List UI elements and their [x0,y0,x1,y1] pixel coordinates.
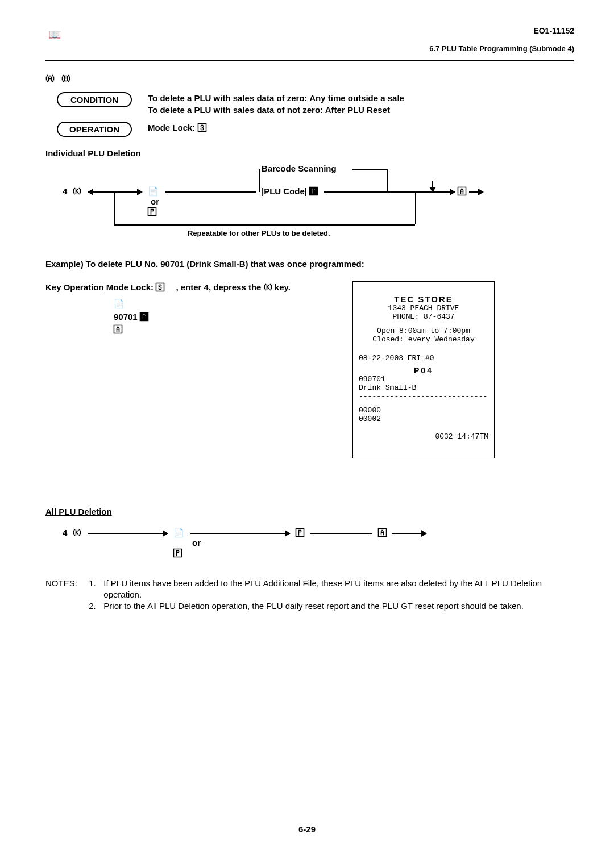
section-ref: 6.7 PLU Table Programming (Submode 4) [429,44,574,53]
example-line: Example) To delete PLU No. 90701 (Drink … [45,259,574,269]
diag1-plu-glyph: 🅿 [309,186,318,196]
header-row: 📖 EO1-11152 6.7 PLU Table Programming (S… [45,23,574,57]
receipt: TEC STORE 1343 PEACH DRIVE PHONE: 87-643… [352,281,495,458]
all-del-section: All PLU Deletion 4 🄚 📄 or 🄿 🄿 🄰 NOTES: 1… [45,507,574,612]
notes-label: NOTES: [45,578,86,589]
diag1-item1: 📄 [148,186,159,197]
note-1-num: 1. [89,578,101,589]
condition-pill: CONDITION [57,92,132,107]
receipt-zero1: 00000 [359,406,488,415]
diag2-line3 [310,533,372,534]
diagram-individual: 4 🄚 📄 or 🄿 Barcode Scanning |PLU Code| 🅿… [45,164,574,249]
diag2-mid: 🄿 [296,528,304,537]
keyop-suffix: key. [275,282,291,292]
keyop-text: Mode Lock: [106,282,154,292]
page: 📖 EO1-11152 6.7 PLU Table Programming (S… [0,0,614,868]
receipt-code: 090701 [359,375,488,383]
diag1-loop-v2 [415,191,416,224]
section-number: 🄐 🄑 [45,74,574,84]
receipt-p04: P04 [359,366,488,375]
receipt-dashes: ------------------------------- [359,392,488,400]
notes-label-spacer [45,600,86,612]
operation-mode-glyph: 🅂 [198,123,206,132]
receipt-phone: PHONE: 87-6437 [359,312,488,321]
diag2-arrow3 [392,533,426,534]
note-1-row: NOTES: 1. If PLU items have been added t… [45,578,574,601]
receipt-closed: Closed: every Wednesday [359,335,488,344]
receipt-date: 08-22-2003 FRI #0 [359,354,488,362]
keyop-block-line0: 📄 [114,298,574,311]
diag2-four: 4 [63,528,67,537]
keyop-prefix: Key Operation [45,282,104,292]
book-icon: 📖 [48,28,61,41]
receipt-zero2: 00002 [359,415,488,423]
diag1-plucode: |PLU Code| 🅿 [262,186,318,196]
operation-label: Mode Lock: [148,123,195,132]
operation-text: Mode Lock: 🅂 [148,122,206,133]
diag1-line2 [165,191,256,193]
diag1-bs-v1 [259,169,260,192]
keyop-mode-glyph: 🅂 [156,282,164,292]
diag1-arrow3 [432,191,455,193]
diag1-bs-h [352,169,387,170]
condition-text: To delete a PLU with sales data of zero:… [148,92,404,116]
diag1-down [432,181,433,192]
diag1-arrow1 [88,191,142,193]
operation-pill: OPERATION [57,122,132,137]
diag1-loop-h [114,224,415,226]
receipt-name: Drink Small-B [359,383,488,392]
note-2-body: Prior to the All PLU Deletion operation,… [103,600,558,612]
receipt-tm: 0032 14:47TM [359,432,488,441]
condition-line2: To delete a PLU with sales data of not z… [148,105,390,115]
doc-code: EO1-11152 [533,26,574,35]
page-number: 6-29 [0,824,614,834]
condition-line1: To delete a PLU with sales data of zero:… [148,93,404,103]
diag2-or: or [192,538,201,548]
diag2-item2: 🄿 [173,548,182,558]
diag2-arrow2 [190,533,290,534]
individual-heading: Individual PLU Deletion [45,148,574,158]
diag1-four: 4 [63,186,67,196]
receipt-addr: 1343 PEACH DRIVE [359,304,488,312]
note-2-num: 2. [89,600,101,612]
diag1-or: or [151,197,159,206]
header-rule [45,60,574,61]
diag1-item2: 🄿 [148,207,156,216]
note-1-body: If PLU items have been added to the PLU … [103,578,558,601]
diag2-item1: 📄 [173,528,184,538]
diag2-end: 🄰 [378,528,387,537]
diagram-all: 4 🄚 📄 or 🄿 🄿 🄰 [45,522,574,567]
all-heading: All PLU Deletion [45,507,574,516]
receipt-open: Open 8:00am to 7:00pm [359,327,488,335]
keyop-block: 📄 90701 🅿 🄰 [114,298,574,336]
note-2-row: 2. Prior to the All PLU Deletion operati… [45,600,574,612]
receipt-store: TEC STORE [359,294,488,304]
keyop-line: Key Operation Mode Lock: 🅂 , enter 4, de… [45,282,574,292]
keyop-mid: , enter 4, depress the [176,282,261,292]
diag1-end: 🄰 [458,186,466,196]
operation-row: OPERATION Mode Lock: 🅂 [57,122,574,137]
keyop-block-line2: 🄰 [114,323,574,336]
diag1-barcode-label: Barcode Scanning [262,164,337,173]
diag1-repeat-note: Repeatable for other PLUs to be deleted. [188,229,330,237]
diag1-arrow4 [469,191,483,193]
diag2-arrow1 [88,533,168,534]
diag1-plucode-text: |PLU Code| [262,186,307,196]
diag1-loop-v1 [114,191,115,224]
diag1-bs-v2 [387,169,388,192]
condition-row: CONDITION To delete a PLU with sales dat… [57,92,574,116]
diag2-k: 🄚 [73,528,81,537]
keyop-key-glyph: 🄚 [264,282,272,292]
diag1-k: 🄚 [73,186,81,196]
notes: NOTES: 1. If PLU items have been added t… [45,578,574,612]
keyop-block-line1: 90701 🅿 [114,311,574,324]
